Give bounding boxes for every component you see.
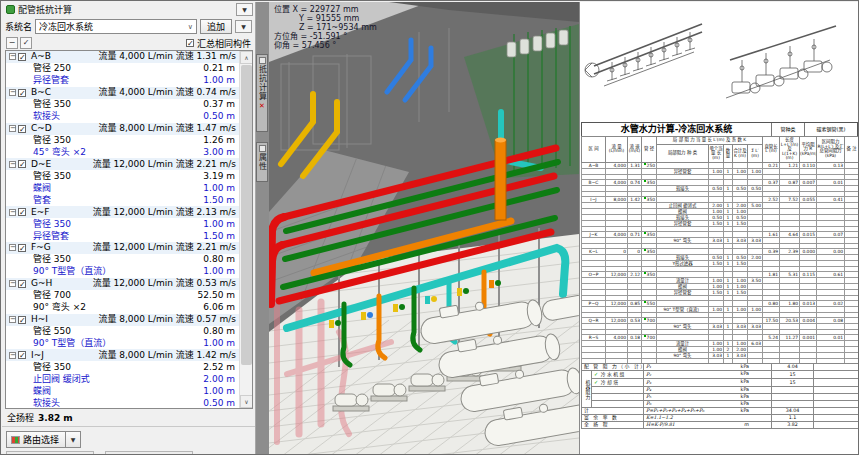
- panel-titlebar: 配管抵抗计算 ▼: [2, 2, 255, 17]
- segment-detail-row[interactable]: 软接头0.50 m: [6, 111, 239, 123]
- detail-name: 管径 250: [6, 63, 203, 74]
- list-scrollbar[interactable]: ∧ ∨: [239, 51, 252, 408]
- collapse-icon[interactable]: −: [9, 125, 16, 132]
- segment-detail-row[interactable]: 管径 2500.21 m: [6, 63, 239, 75]
- segment-detail-row[interactable]: 止回阀 缓闭式2.00 m: [6, 373, 239, 385]
- segment-detail-row[interactable]: 蝶阀1.00 m: [6, 182, 239, 194]
- segment-detail-row[interactable]: 管径 3500.37 m: [6, 99, 239, 111]
- panel-bottom-toolbar: 路由选择 ▼: [2, 426, 255, 455]
- segment-detail-row[interactable]: 异径管套1.50 m: [6, 230, 239, 242]
- segment-detail-row[interactable]: 90° 弯头 ×26.06 m: [6, 302, 239, 314]
- collapse-icon[interactable]: −: [9, 89, 16, 96]
- pipe-type-value: 碳素钢管(黑): [805, 123, 857, 136]
- segment-detail-row[interactable]: 90° T型管（直流）1.00 m: [6, 338, 239, 350]
- route-select-button[interactable]: 路由选择: [6, 431, 66, 448]
- segment-checkbox[interactable]: ✓: [18, 125, 26, 133]
- detail-value: 0.50 m: [203, 111, 239, 122]
- segment-row[interactable]: −✓E~F流量 12,000 L/min 流速 2.13 m/s: [6, 206, 239, 218]
- detail-name: 异径管套: [6, 231, 203, 242]
- summary-row: P₄kPa: [582, 387, 859, 394]
- formula-text: P₄: [646, 387, 651, 392]
- segment-row[interactable]: −✓G~H流量 12,000 L/min 流速 0.53 m/s: [6, 278, 239, 290]
- collapse-icon[interactable]: −: [9, 280, 16, 287]
- segment-detail-row[interactable]: 管径 3503.19 m: [6, 170, 239, 182]
- system-name-combobox[interactable]: 冷冻回水系统 ∨: [35, 19, 197, 34]
- segment-checkbox[interactable]: ✓: [18, 208, 26, 216]
- collapse-icon[interactable]: −: [9, 209, 16, 216]
- segment-checkbox[interactable]: ✓: [18, 244, 26, 252]
- segment-detail-row[interactable]: 45° 弯头 ×23.00 m: [6, 147, 239, 159]
- summary-group-label: 机器阻力: [582, 371, 592, 408]
- scrollbar-thumb[interactable]: [241, 65, 252, 365]
- side-tab-strip: 抵抗计算 ✕ 属性: [256, 2, 269, 455]
- tab-resistance-calc[interactable]: 抵抗计算 ✕: [256, 54, 268, 132]
- detail-value: 6.06 m: [203, 302, 239, 313]
- segment-checkbox[interactable]: ✓: [18, 316, 26, 324]
- segment-detail-row[interactable]: 管径 3501.00 m: [6, 218, 239, 230]
- segment-row[interactable]: −✓I~J流量 8,000 L/min 流速 1.42 m/s: [6, 349, 239, 361]
- detail-value: 1.00 m: [203, 75, 239, 86]
- segment-detail-row[interactable]: 蝶阀1.00 m: [6, 385, 239, 397]
- diameter-flag-icon: [644, 232, 646, 234]
- summary-label: 计: [582, 408, 644, 415]
- collapse-icon[interactable]: −: [9, 53, 16, 60]
- cell-unit-resistance: 0.110: [800, 162, 817, 168]
- add-button[interactable]: 追加: [200, 19, 232, 34]
- segment-row[interactable]: −✓D~E流量 12,000 L/min 流速 2.21 m/s: [6, 158, 239, 170]
- segment-detail-row[interactable]: 管径 3501.26 m: [6, 135, 239, 147]
- tab-properties[interactable]: 属性: [256, 142, 268, 182]
- cropped-button-1[interactable]: [6, 451, 94, 455]
- segment-row[interactable]: −✓C~D流量 8,000 L/min 流速 1.47 m/s: [6, 123, 239, 135]
- merge-checkbox[interactable]: ✓: [186, 39, 194, 47]
- segment-checkbox[interactable]: ✓: [18, 53, 26, 61]
- segment-checkbox[interactable]: ✓: [18, 160, 26, 168]
- formula-unit: kPa: [741, 408, 749, 414]
- check-all-button[interactable]: ✓: [20, 37, 32, 49]
- panel-menu-button[interactable]: ▼: [236, 3, 253, 16]
- overlay-line: 仰角 = 57.456 °: [274, 41, 377, 50]
- cell-velocity: 0.74: [628, 179, 642, 185]
- segment-detail-row[interactable]: 管径 70052.50 m: [6, 290, 239, 302]
- detail-value: 0.50 m: [203, 398, 239, 409]
- segment-checkbox[interactable]: ✓: [18, 89, 26, 97]
- scroll-up-icon[interactable]: ∧: [240, 51, 253, 64]
- segment-checkbox[interactable]: ✓: [18, 280, 26, 288]
- collapse-icon[interactable]: −: [9, 316, 16, 323]
- collapse-icon[interactable]: −: [9, 352, 16, 359]
- collapse-icon[interactable]: −: [9, 244, 16, 251]
- pipe-resistance-panel: 配管抵抗计算 ▼ 系统名 冷冻回水系统 ∨ 追加 ▼ − ✓ ✓ 汇总相同构件 …: [2, 2, 256, 455]
- segment-detail-row[interactable]: 管径 5500.80 m: [6, 326, 239, 338]
- app-window: 配管抵抗计算 ▼ 系统名 冷冻回水系统 ∨ 追加 ▼ − ✓ ✓ 汇总相同构件 …: [0, 0, 859, 455]
- cropped-button-2[interactable]: [105, 451, 193, 455]
- segment-checkbox[interactable]: ✓: [18, 351, 26, 359]
- segment-row[interactable]: −✓B~C流量 4,000 L/min 流速 0.74 m/s: [6, 87, 239, 99]
- segment-detail-row[interactable]: 异径管套1.00 m: [6, 75, 239, 87]
- detail-name: 管径 350: [6, 171, 203, 182]
- add-dropdown-button[interactable]: ▼: [235, 20, 252, 33]
- formula-text: P₁: [646, 364, 651, 369]
- detail-value: 1.00 m: [203, 266, 239, 277]
- summary-value: [772, 387, 814, 394]
- route-dropdown-button[interactable]: ▼: [66, 431, 81, 448]
- segment-detail-row[interactable]: 软接头0.50 m: [6, 397, 239, 409]
- collapse-icon[interactable]: −: [9, 161, 16, 168]
- cell-unit-resistance: 0.001: [800, 334, 817, 340]
- segment-detail-row[interactable]: 管套1.50 m: [6, 194, 239, 206]
- detail-name: 异径管套: [6, 75, 203, 86]
- summary-row: 全 扬 程H=K·P/9.81m3.82: [582, 422, 859, 429]
- summary-value: 15: [772, 379, 814, 387]
- segment-row[interactable]: −✓H~I流量 8,000 L/min 流速 0.57 m/s: [6, 314, 239, 326]
- segment-list[interactable]: −✓A~B流量 4,000 L/min 流速 1.31 m/s管径 2500.2…: [5, 50, 253, 409]
- 3d-viewport[interactable]: 位置 X = 229727 mm Y = 91555 mm Z = 171~95…: [269, 2, 579, 455]
- segment-detail-row[interactable]: 管径 3500.80 m: [6, 254, 239, 266]
- segment-detail-row[interactable]: 管径 3502.52 m: [6, 361, 239, 373]
- scroll-down-icon[interactable]: ∨: [240, 395, 253, 408]
- collapse-all-button[interactable]: −: [6, 37, 18, 49]
- summary-row: ✓冷却塔P₃kPa15: [582, 379, 859, 387]
- segment-row[interactable]: −✓F~G流量 12,000 L/min 流速 2.21 m/s: [6, 242, 239, 254]
- close-icon[interactable]: ✕: [259, 102, 265, 110]
- segment-detail-row[interactable]: 90° T型管（直流）1.00 m: [6, 266, 239, 278]
- detail-value: 1.00 m: [203, 183, 239, 194]
- segment-row[interactable]: −✓A~B流量 4,000 L/min 流速 1.31 m/s: [6, 51, 239, 63]
- merge-checkbox-label: 汇总相同构件: [197, 37, 251, 50]
